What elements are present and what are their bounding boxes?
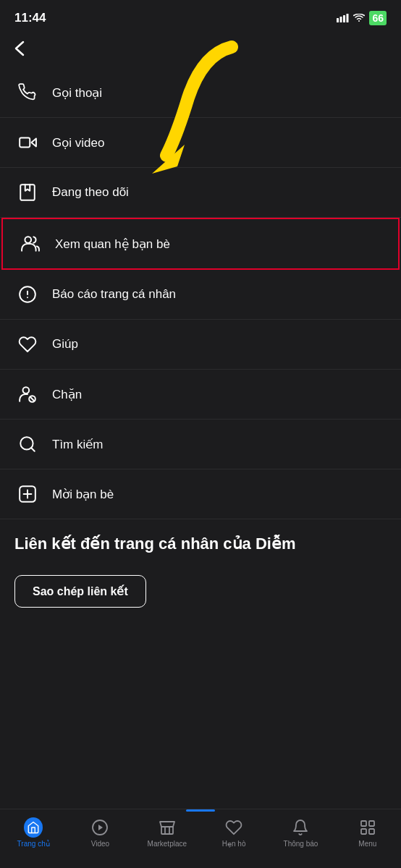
nav-label-menu: Menu	[358, 840, 376, 848]
nav-label-hen-ho: Hẹn hò	[222, 840, 246, 848]
wifi-icon	[353, 14, 365, 22]
nav-item-marketplace[interactable]: Marketplace	[134, 815, 200, 848]
grid-icon	[358, 818, 377, 837]
svg-point-12	[23, 387, 30, 393]
svg-rect-27	[369, 829, 374, 834]
signal-icon	[337, 14, 349, 22]
menu-item-chan[interactable]: Chặn	[0, 370, 401, 420]
nav-item-trang-chu[interactable]: Trang chủ	[0, 815, 67, 848]
menu-label-giup: Giúp	[52, 337, 78, 352]
svg-rect-24	[361, 821, 366, 826]
add-person-icon	[14, 481, 41, 507]
nav-item-thong-bao[interactable]: Thông báo	[267, 815, 334, 848]
svg-line-16	[31, 448, 35, 451]
svg-line-14	[30, 397, 34, 401]
bottom-nav: Trang chủ Video Marketplace Hẹn hò	[0, 809, 401, 868]
video-icon	[14, 129, 41, 156]
video-nav-icon	[90, 818, 109, 837]
svg-point-8	[25, 237, 31, 243]
bell-icon	[291, 818, 310, 837]
menu-item-goi-thoai[interactable]: Gọi thoại	[0, 68, 401, 118]
store-icon	[158, 818, 177, 837]
people-icon	[17, 231, 43, 257]
svg-marker-21	[98, 825, 103, 830]
menu-list: Gọi thoại Gọi video Đang theo dõi Xem qu…	[0, 68, 401, 519]
status-icons: 66	[337, 11, 387, 25]
copy-link-button[interactable]: Sao chép liên kết	[14, 575, 146, 608]
home-icon	[24, 818, 43, 837]
svg-rect-5	[20, 138, 30, 148]
active-indicator	[186, 809, 215, 812]
nav-label-trang-chu: Trang chủ	[17, 840, 50, 848]
section-title: Liên kết đến trang cá nhân của Diễm	[0, 519, 401, 561]
back-button[interactable]	[0, 32, 401, 68]
svg-rect-0	[337, 18, 339, 22]
status-bar: 11:44 66	[0, 0, 401, 32]
nav-item-menu[interactable]: Menu	[334, 815, 401, 848]
alert-icon	[14, 281, 41, 307]
menu-item-dang-theo-doi[interactable]: Đang theo dõi	[0, 168, 401, 218]
nav-label-marketplace: Marketplace	[148, 840, 187, 848]
search-icon	[14, 431, 41, 457]
heart-icon	[14, 331, 41, 357]
status-time: 11:44	[14, 11, 46, 25]
menu-label-goi-thoai: Gọi thoại	[52, 85, 102, 101]
menu-item-bao-cao[interactable]: Báo cáo trang cá nhân	[0, 270, 401, 320]
svg-rect-2	[343, 15, 345, 22]
menu-item-tim-kiem[interactable]: Tìm kiếm	[0, 420, 401, 469]
menu-label-xem-quan-he: Xem quan hệ bạn bè	[55, 237, 170, 252]
nav-label-thong-bao: Thông báo	[284, 840, 318, 848]
bookmark-icon	[14, 179, 41, 205]
svg-rect-26	[361, 829, 366, 834]
menu-label-goi-video: Gọi video	[52, 135, 104, 150]
menu-item-xem-quan-he[interactable]: Xem quan hệ bạn bè	[1, 218, 400, 270]
svg-rect-3	[347, 14, 349, 22]
svg-rect-7	[20, 184, 35, 200]
svg-rect-1	[340, 17, 342, 22]
menu-label-chan: Chặn	[52, 387, 82, 402]
nav-item-video[interactable]: Video	[67, 815, 133, 848]
svg-rect-25	[369, 821, 374, 826]
nav-label-video: Video	[91, 840, 109, 848]
menu-label-dang-theo-doi: Đang theo dõi	[52, 185, 129, 200]
menu-label-bao-cao: Báo cáo trang cá nhân	[52, 287, 176, 302]
phone-icon	[14, 80, 41, 106]
menu-item-goi-video[interactable]: Gọi video	[0, 118, 401, 168]
battery-indicator: 66	[369, 11, 387, 25]
svg-marker-6	[31, 139, 36, 147]
menu-label-moi-ban-be: Mời bạn bè	[52, 487, 114, 502]
nav-item-hen-ho[interactable]: Hẹn hò	[200, 815, 267, 848]
menu-item-giup[interactable]: Giúp	[0, 320, 401, 370]
menu-item-moi-ban-be[interactable]: Mời bạn bè	[0, 469, 401, 519]
block-icon	[14, 381, 41, 407]
menu-label-tim-kiem: Tìm kiếm	[52, 437, 103, 452]
heart-nav-icon	[224, 818, 243, 837]
